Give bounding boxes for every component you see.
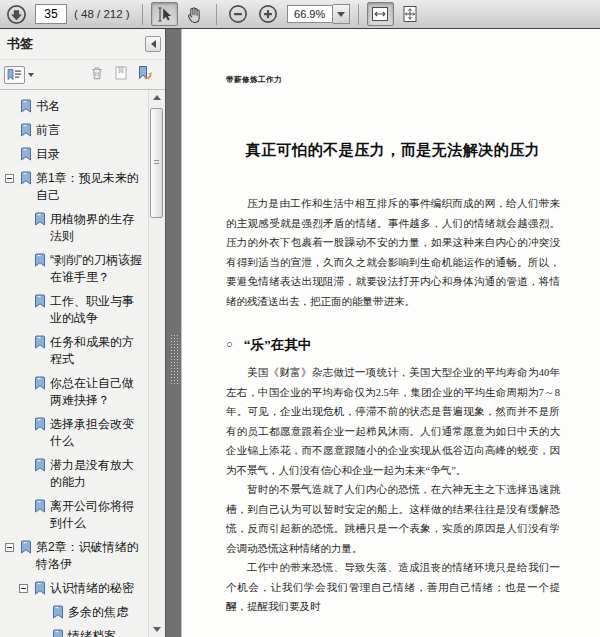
hand-tool-button[interactable] [181, 2, 208, 26]
bookmark-label: 情绪档案 [68, 628, 145, 637]
bookmark-icon [34, 212, 46, 231]
section-heading-text: “乐”在其中 [244, 336, 312, 354]
bookmark-label: 多余的焦虑 [68, 604, 145, 621]
scroll-up-button[interactable] [149, 91, 165, 104]
bookmark-item[interactable]: 第2章：识破情绪的特洛伊 [0, 539, 148, 573]
zoom-level-value[interactable]: 66.9% [287, 5, 333, 23]
left-triangle-icon [151, 40, 156, 48]
bookmark-icon [34, 294, 46, 313]
top-toolbar: ( 48 / 212 ) 66.9% [0, 0, 600, 29]
bookmark-item[interactable]: 目录 [0, 146, 148, 163]
bookmark-item[interactable]: 前言 [0, 122, 148, 139]
zoom-out-button[interactable] [225, 2, 252, 26]
bookmark-label: 离开公司你将得到什么 [50, 498, 145, 532]
bookmark-label: 选择承担会改变什么 [50, 416, 145, 450]
expand-current-bookmark-button[interactable] [109, 64, 133, 86]
bookmark-label: 潜力是没有放大的能力 [50, 457, 145, 491]
down-triangle-icon [153, 627, 161, 632]
bookmark-label: 认识情绪的秘密 [50, 580, 145, 597]
scrollbar-thumb[interactable] [150, 108, 163, 218]
section-paragraphs: 美国《财富》杂志做过一项统计，美国大型企业的平均寿命为40年左右，中国企业的平均… [226, 363, 560, 617]
bookmark-item[interactable]: 工作、职业与事业的战争 [0, 293, 148, 327]
bookmark-icon [34, 581, 46, 600]
chapter-title: 真正可怕的不是压力，而是无法解决的压力 [226, 141, 560, 160]
fit-width-button[interactable] [367, 2, 394, 26]
bookmark-item[interactable]: 书名 [0, 98, 148, 115]
bookmark-options-icon [4, 66, 25, 84]
fit-page-icon [400, 4, 420, 24]
select-cursor-icon [155, 5, 174, 24]
bookmark-icon [20, 540, 32, 559]
page-number: 34 [226, 600, 237, 611]
caret-down-icon [337, 12, 345, 17]
bookmark-item[interactable]: 认识情绪的秘密 [0, 580, 148, 597]
bookmark-options-button[interactable] [4, 66, 34, 84]
sidebar-scrollbar[interactable] [148, 90, 165, 637]
bookmark-item[interactable]: 离开公司你将得到什么 [0, 498, 148, 532]
bookmarks-panel: 书签 书名前言目录第1章：预见未来的自己用植物界的生 [0, 29, 165, 637]
bookmark-label: 用植物界的生存法则 [50, 211, 145, 245]
trash-icon [89, 65, 105, 84]
bookmark-icon [34, 253, 46, 272]
bookmark-icon [20, 123, 32, 142]
body-paragraph: 压力是由工作和生活中相互排斥的事件编织而成的网，给人们带来的主观感受就是强烈矛盾… [226, 194, 560, 311]
bookmark-label: 工作、职业与事业的战争 [50, 293, 145, 327]
bookmark-item[interactable]: 潜力是没有放大的能力 [0, 457, 148, 491]
bookmarks-tree: 书名前言目录第1章：预见未来的自己用植物界的生存法则“剥削”的刀柄该握在谁手里？… [0, 90, 148, 637]
select-tool-button[interactable] [151, 2, 178, 26]
bookmark-item[interactable]: 用植物界的生存法则 [0, 211, 148, 245]
delete-bookmark-button[interactable] [85, 64, 109, 86]
bookmark-icon [34, 499, 46, 518]
bookmark-icon [20, 147, 32, 166]
toolbar-separator [142, 4, 143, 25]
bookmark-item[interactable]: 选择承担会改变什么 [0, 416, 148, 450]
bookmark-item[interactable]: “剥削”的刀柄该握在谁手里？ [0, 252, 148, 286]
zoom-dropdown-button[interactable] [333, 4, 350, 24]
bookmark-label: “剥削”的刀柄该握在谁手里？ [50, 252, 145, 286]
bookmark-icon [20, 171, 32, 190]
page-with-bookmark-icon [113, 65, 129, 84]
toolbar-separator [216, 4, 217, 25]
collapse-panel-button[interactable] [145, 36, 161, 52]
page-number-input[interactable] [35, 4, 67, 24]
bookmark-label: 第2章：识破情绪的特洛伊 [36, 539, 145, 573]
collapse-toggle-icon[interactable] [19, 584, 28, 593]
hand-icon [185, 5, 204, 24]
scroll-down-button[interactable] [149, 623, 165, 636]
bookmark-icon [20, 99, 32, 118]
new-bookmark-button[interactable] [133, 64, 157, 86]
bookmark-icon [34, 376, 46, 395]
zoom-in-button[interactable] [255, 2, 282, 26]
body-paragraph: 工作中的带来恐慌、导致失落、造成沮丧的情绪环境只是给我们一个机会，让我们学会我们… [226, 558, 560, 617]
circle-down-arrow-icon [6, 4, 27, 25]
bookmark-icon [34, 335, 46, 354]
bookmark-icon [52, 629, 64, 637]
bookmark-item[interactable]: 情绪档案 [0, 628, 148, 637]
collapse-toggle-icon[interactable] [5, 174, 14, 183]
next-page-button[interactable] [3, 2, 30, 26]
minus-circle-icon [228, 4, 248, 24]
page-count-label: ( 48 / 212 ) [74, 8, 130, 20]
bookmark-label: 书名 [36, 98, 145, 115]
bookmark-item[interactable]: 第1章：预见未来的自己 [0, 170, 148, 204]
bookmarks-panel-header: 书签 [0, 29, 165, 60]
body-paragraph: 美国《财富》杂志做过一项统计，美国大型企业的平均寿命为40年左右，中国企业的平均… [226, 363, 560, 480]
splitter-grip-icon [170, 334, 178, 386]
bookmarks-toolbar [0, 60, 165, 90]
bookmark-icon [52, 605, 64, 624]
body-paragraph: 暂时的不景气造就了人们内心的恐慌，在六神无主之下选择迅速跳槽，到自己认为可以暂时… [226, 480, 560, 558]
running-header: 带薪修炼工作力 [226, 75, 560, 85]
panel-splitter[interactable] [165, 29, 181, 637]
bookmark-item[interactable]: 任务和成果的方程式 [0, 334, 148, 368]
collapse-toggle-icon[interactable] [5, 543, 14, 552]
bookmark-label: 任务和成果的方程式 [50, 334, 145, 368]
fit-width-icon [370, 4, 390, 24]
zoom-level-combo[interactable]: 66.9% [287, 4, 350, 24]
bookmark-icon [34, 417, 46, 436]
fit-page-button[interactable] [397, 2, 424, 26]
bookmark-item[interactable]: 多余的焦虑 [0, 604, 148, 621]
section-heading: ○ “乐”在其中 [226, 336, 560, 354]
bookmark-label: 前言 [36, 122, 145, 139]
bookmark-item[interactable]: 你总在让自己做两难抉择？ [0, 375, 148, 409]
intro-paragraphs: 压力是由工作和生活中相互排斥的事件编织而成的网，给人们带来的主观感受就是强烈矛盾… [226, 194, 560, 311]
